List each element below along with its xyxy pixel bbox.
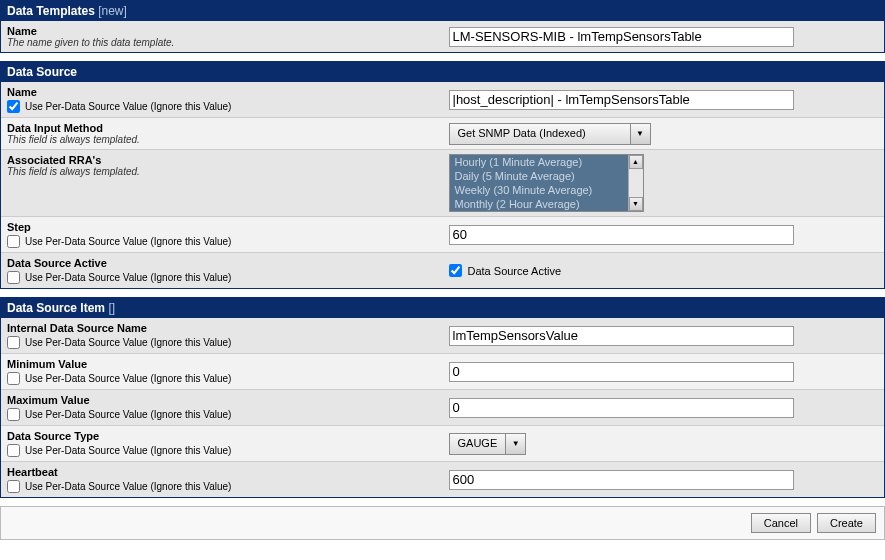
sublabel-heartbeat-perds: Use Per-Data Source Value (Ignore this V…	[25, 481, 231, 492]
desc-rra: This field is always templated.	[7, 166, 437, 177]
label-min-value: Minimum Value	[7, 358, 437, 370]
checkbox-internal-name-perds[interactable]	[7, 336, 20, 349]
input-step[interactable]	[449, 225, 794, 245]
checkbox-ds-active[interactable]	[449, 264, 462, 277]
footer-bar: Cancel Create	[0, 506, 885, 540]
row-rra: Associated RRA's This field is always te…	[1, 150, 884, 217]
section-title: Data Templates	[7, 4, 95, 18]
create-button[interactable]: Create	[817, 513, 876, 533]
section-data-source: Data Source Name Use Per-Data Source Val…	[0, 61, 885, 289]
scrollbar-rra[interactable]: ▲ ▼	[628, 155, 643, 211]
sublabel-min-value-perds: Use Per-Data Source Value (Ignore this V…	[25, 373, 231, 384]
checkbox-ds-type-perds[interactable]	[7, 444, 20, 457]
row-input-method: Data Input Method This field is always t…	[1, 118, 884, 150]
section-header-data-templates: Data Templates [new]	[1, 1, 884, 21]
checkbox-ds-active-perds[interactable]	[7, 271, 20, 284]
label-ds-active-right: Data Source Active	[468, 265, 562, 277]
section-title-dsi: Data Source Item	[7, 301, 105, 315]
sublabel-ds-active-perds: Use Per-Data Source Value (Ignore this V…	[25, 272, 231, 283]
input-max-value[interactable]	[449, 398, 794, 418]
desc-input-method: This field is always templated.	[7, 134, 437, 145]
input-min-value[interactable]	[449, 362, 794, 382]
bracket-close-dsi: ]	[112, 301, 115, 315]
label-name: Name	[7, 25, 437, 37]
select-ds-type-value: GAUGE	[450, 434, 506, 454]
rra-option-3[interactable]: Monthly (2 Hour Average)	[450, 197, 643, 211]
rra-option-1[interactable]: Daily (5 Minute Average)	[450, 169, 643, 183]
checkbox-ds-name-perds[interactable]	[7, 100, 20, 113]
label-ds-active: Data Source Active	[7, 257, 437, 269]
scroll-down-icon[interactable]: ▼	[629, 197, 643, 211]
checkbox-min-value-perds[interactable]	[7, 372, 20, 385]
checkbox-heartbeat-perds[interactable]	[7, 480, 20, 493]
sublabel-ds-type-perds: Use Per-Data Source Value (Ignore this V…	[25, 445, 231, 456]
input-internal-name[interactable]	[449, 326, 794, 346]
select-ds-type[interactable]: GAUGE ▼	[449, 433, 527, 455]
select-input-method[interactable]: Get SNMP Data (Indexed) ▼	[449, 123, 651, 145]
input-template-name[interactable]	[449, 27, 794, 47]
row-max-value: Maximum Value Use Per-Data Source Value …	[1, 390, 884, 426]
chevron-down-icon: ▼	[505, 434, 525, 454]
section-header-data-source-item: Data Source Item []	[1, 298, 884, 318]
row-internal-name: Internal Data Source Name Use Per-Data S…	[1, 318, 884, 354]
rra-option-2[interactable]: Weekly (30 Minute Average)	[450, 183, 643, 197]
new-tag: new	[102, 4, 124, 18]
label-internal-name: Internal Data Source Name	[7, 322, 437, 334]
input-ds-name[interactable]	[449, 90, 794, 110]
multiselect-rra[interactable]: Hourly (1 Minute Average) Daily (5 Minut…	[449, 154, 644, 212]
desc-name: The name given to this data template.	[7, 37, 437, 48]
sublabel-max-value-perds: Use Per-Data Source Value (Ignore this V…	[25, 409, 231, 420]
rra-option-0[interactable]: Hourly (1 Minute Average)	[450, 155, 643, 169]
sublabel-internal-name-perds: Use Per-Data Source Value (Ignore this V…	[25, 337, 231, 348]
cancel-button[interactable]: Cancel	[751, 513, 811, 533]
sublabel-step-perds: Use Per-Data Source Value (Ignore this V…	[25, 236, 231, 247]
row-step: Step Use Per-Data Source Value (Ignore t…	[1, 217, 884, 253]
label-input-method: Data Input Method	[7, 122, 437, 134]
row-ds-type: Data Source Type Use Per-Data Source Val…	[1, 426, 884, 462]
row-ds-name: Name Use Per-Data Source Value (Ignore t…	[1, 82, 884, 118]
row-template-name: Name The name given to this data templat…	[1, 21, 884, 52]
scroll-up-icon[interactable]: ▲	[629, 155, 643, 169]
row-heartbeat: Heartbeat Use Per-Data Source Value (Ign…	[1, 462, 884, 497]
row-min-value: Minimum Value Use Per-Data Source Value …	[1, 354, 884, 390]
row-ds-active: Data Source Active Use Per-Data Source V…	[1, 253, 884, 288]
checkbox-max-value-perds[interactable]	[7, 408, 20, 421]
label-step: Step	[7, 221, 437, 233]
section-data-templates: Data Templates [new] Name The name given…	[0, 0, 885, 53]
select-input-method-value: Get SNMP Data (Indexed)	[450, 124, 630, 144]
label-max-value: Maximum Value	[7, 394, 437, 406]
bracket-close: ]	[124, 4, 127, 18]
label-rra: Associated RRA's	[7, 154, 437, 166]
input-heartbeat[interactable]	[449, 470, 794, 490]
label-heartbeat: Heartbeat	[7, 466, 437, 478]
label-ds-name: Name	[7, 86, 437, 98]
section-data-source-item: Data Source Item [] Internal Data Source…	[0, 297, 885, 498]
section-header-data-source: Data Source	[1, 62, 884, 82]
scroll-track[interactable]	[629, 169, 643, 197]
checkbox-step-perds[interactable]	[7, 235, 20, 248]
label-ds-type: Data Source Type	[7, 430, 437, 442]
sublabel-ds-name-perds: Use Per-Data Source Value (Ignore this V…	[25, 101, 231, 112]
chevron-down-icon: ▼	[630, 124, 650, 144]
